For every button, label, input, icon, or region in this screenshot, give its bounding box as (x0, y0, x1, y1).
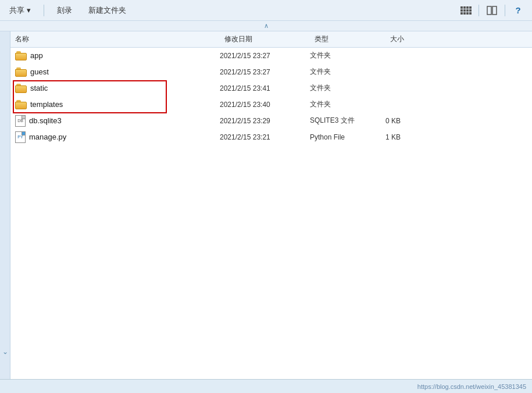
table-row[interactable]: DB db.sqlite3 2021/2/15 23:29 SQLITE3 文件… (10, 113, 532, 129)
folder-icon (15, 67, 27, 77)
db-icon: DB (15, 115, 26, 127)
pane-toggle-button[interactable] (484, 2, 500, 19)
col-header-date[interactable]: 修改日期 (220, 34, 310, 44)
grid-icon (460, 6, 472, 15)
file-size-cell: 0 KB (385, 117, 432, 125)
sort-up-arrow: ∧ (264, 22, 269, 29)
sidebar-scroll-down[interactable]: ⌄ (2, 348, 8, 356)
view-toggle-button[interactable] (458, 2, 474, 19)
pane-icon (487, 6, 497, 15)
file-date-cell: 2021/2/15 23:41 (220, 84, 310, 92)
toolbar: 共享 ▾ 刻录 新建文件夹 ? (0, 0, 532, 21)
new-folder-button[interactable]: 新建文件夹 (85, 4, 130, 17)
table-row[interactable]: templates 2021/2/15 23:40 文件夹 (10, 97, 532, 113)
file-size-cell: 1 KB (385, 133, 432, 141)
file-name-cell: guest (10, 67, 220, 77)
toolbar-separator-3 (505, 5, 505, 16)
svg-rect-1 (492, 6, 497, 15)
file-type-cell: SQLITE3 文件 (310, 116, 385, 126)
file-date-cell: 2021/2/15 23:29 (220, 117, 310, 125)
burn-label: 刻录 (57, 5, 72, 16)
watermark: https://blog.csdn.net/weixin_45381345 (417, 383, 526, 390)
file-name-label: guest (30, 67, 49, 76)
help-button[interactable]: ? (510, 2, 526, 19)
col-header-name[interactable]: 名称 (10, 34, 220, 44)
file-name-label: templates (30, 100, 63, 109)
toolbar-separator (44, 5, 44, 16)
share-label: 共享 ▾ (9, 5, 31, 16)
table-row[interactable]: static 2021/2/15 23:41 文件夹 (10, 80, 532, 97)
file-name-label: static (30, 84, 48, 92)
folder-icon (15, 84, 27, 93)
file-date-cell: 2021/2/15 23:27 (220, 68, 310, 76)
file-type-cell: 文件夹 (310, 99, 385, 109)
file-date-cell: 2021/2/15 23:40 (220, 101, 310, 109)
toolbar-right: ? (458, 2, 526, 19)
column-headers: 名称 修改日期 类型 大小 (10, 31, 532, 48)
svg-rect-0 (487, 6, 491, 15)
table-row[interactable]: app 2021/2/15 23:27 文件夹 (10, 48, 532, 64)
toolbar-separator-2 (479, 5, 479, 16)
table-row[interactable]: PY manage.py 2021/2/15 23:21 Python File… (10, 129, 532, 145)
status-bar: https://blog.csdn.net/weixin_45381345 (0, 379, 532, 393)
help-icon: ? (515, 5, 520, 15)
file-rows-container: app 2021/2/15 23:27 文件夹 guest 2021/2/15 … (10, 48, 532, 145)
file-date-cell: 2021/2/15 23:21 (220, 133, 310, 141)
file-name-label: db.sqlite3 (29, 116, 62, 125)
col-header-size[interactable]: 大小 (385, 34, 432, 44)
file-area: 名称 修改日期 类型 大小 app 2021/2/15 23:27 文件夹 (10, 31, 532, 379)
file-name-label: manage.py (29, 133, 66, 141)
file-name-cell: templates (10, 100, 220, 109)
file-type-cell: 文件夹 (310, 67, 385, 77)
main-area: ⌄ 名称 修改日期 类型 大小 app 2021/2/15 23:27 文件夹 (0, 31, 532, 379)
file-name-label: app (30, 51, 43, 60)
file-name-cell: static (10, 84, 220, 93)
new-folder-label: 新建文件夹 (88, 5, 126, 16)
folder-icon (15, 51, 27, 60)
file-type-cell: 文件夹 (310, 51, 385, 60)
file-type-cell: 文件夹 (310, 83, 385, 93)
sort-arrow-row: ∧ (0, 21, 532, 31)
file-date-cell: 2021/2/15 23:27 (220, 52, 310, 60)
file-type-cell: Python File (310, 133, 385, 141)
sidebar: ⌄ (0, 31, 10, 379)
file-name-cell: DB db.sqlite3 (10, 115, 220, 127)
file-list: app 2021/2/15 23:27 文件夹 guest 2021/2/15 … (10, 48, 532, 379)
empty-space[interactable] (10, 145, 532, 349)
folder-icon (15, 100, 27, 109)
col-header-type[interactable]: 类型 (310, 34, 385, 44)
share-button[interactable]: 共享 ▾ (6, 4, 34, 17)
file-name-cell: app (10, 51, 220, 60)
py-icon: PY (15, 131, 26, 143)
file-name-cell: PY manage.py (10, 131, 220, 143)
burn-button[interactable]: 刻录 (53, 4, 76, 17)
table-row[interactable]: guest 2021/2/15 23:27 文件夹 (10, 64, 532, 80)
